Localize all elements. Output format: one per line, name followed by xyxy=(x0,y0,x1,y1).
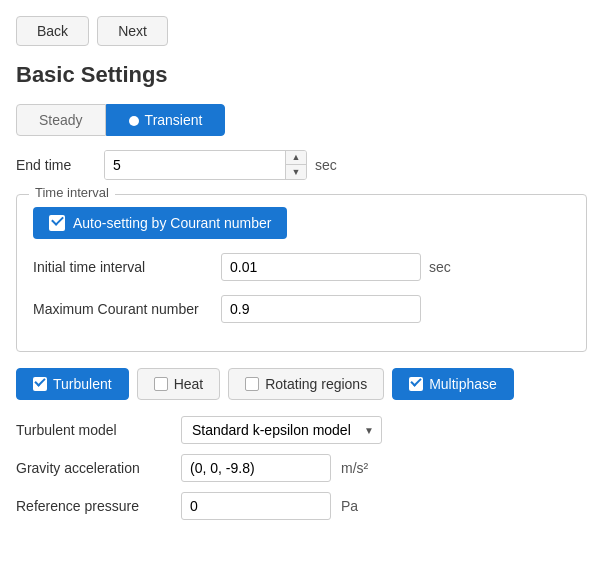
mode-toggle: Steady Transient xyxy=(16,104,587,136)
gravity-row: Gravity acceleration m/s² xyxy=(16,454,587,482)
gravity-unit: m/s² xyxy=(341,460,368,476)
end-time-spinner: ▲ ▼ xyxy=(285,151,306,179)
auto-setting-label: Auto-setting by Courant number xyxy=(73,215,271,231)
rotating-label: Rotating regions xyxy=(265,376,367,392)
multiphase-check-icon xyxy=(409,377,423,391)
courant-row: Maximum Courant number xyxy=(33,295,570,323)
page-title: Basic Settings xyxy=(16,62,587,88)
time-interval-legend: Time interval xyxy=(29,185,115,200)
turbulent-model-select-wrapper: Standard k-epsilon model k-omega SST Lam… xyxy=(181,416,382,444)
turbulent-model-row: Turbulent model Standard k-epsilon model… xyxy=(16,416,587,444)
rotating-regions-button[interactable]: Rotating regions xyxy=(228,368,384,400)
settings-section: Turbulent model Standard k-epsilon model… xyxy=(16,416,587,520)
courant-input[interactable] xyxy=(221,295,421,323)
radio-dot-icon xyxy=(129,116,139,126)
end-time-increment[interactable]: ▲ xyxy=(286,151,306,165)
multiphase-label: Multiphase xyxy=(429,376,497,392)
heat-label: Heat xyxy=(174,376,204,392)
initial-time-label: Initial time interval xyxy=(33,259,213,275)
heat-button[interactable]: Heat xyxy=(137,368,221,400)
gravity-label: Gravity acceleration xyxy=(16,460,171,476)
turbulent-check-icon xyxy=(33,377,47,391)
courant-label: Maximum Courant number xyxy=(33,301,213,317)
initial-time-input[interactable] xyxy=(221,253,421,281)
multiphase-button[interactable]: Multiphase xyxy=(392,368,514,400)
end-time-label: End time xyxy=(16,157,96,173)
rotating-check-icon xyxy=(245,377,259,391)
end-time-input[interactable] xyxy=(105,151,285,179)
time-interval-group: Time interval Auto-setting by Courant nu… xyxy=(16,194,587,352)
back-button[interactable]: Back xyxy=(16,16,89,46)
steady-mode-button[interactable]: Steady xyxy=(16,104,106,136)
end-time-input-wrapper: ▲ ▼ xyxy=(104,150,307,180)
gravity-input[interactable] xyxy=(181,454,331,482)
initial-time-unit: sec xyxy=(429,259,451,275)
reference-pressure-unit: Pa xyxy=(341,498,358,514)
heat-check-icon xyxy=(154,377,168,391)
options-row: Turbulent Heat Rotating regions Multipha… xyxy=(16,368,587,400)
reference-pressure-row: Reference pressure Pa xyxy=(16,492,587,520)
reference-pressure-label: Reference pressure xyxy=(16,498,171,514)
top-navigation: Back Next xyxy=(16,16,587,46)
reference-pressure-input[interactable] xyxy=(181,492,331,520)
transient-mode-button[interactable]: Transient xyxy=(106,104,226,136)
turbulent-label: Turbulent xyxy=(53,376,112,392)
end-time-decrement[interactable]: ▼ xyxy=(286,165,306,179)
initial-time-row: Initial time interval sec xyxy=(33,253,570,281)
end-time-row: End time ▲ ▼ sec xyxy=(16,150,587,180)
next-button[interactable]: Next xyxy=(97,16,168,46)
turbulent-button[interactable]: Turbulent xyxy=(16,368,129,400)
auto-setting-checkmark-icon xyxy=(49,215,65,231)
turbulent-model-label: Turbulent model xyxy=(16,422,171,438)
end-time-unit: sec xyxy=(315,157,337,173)
auto-setting-button[interactable]: Auto-setting by Courant number xyxy=(33,207,287,239)
turbulent-model-select[interactable]: Standard k-epsilon model k-omega SST Lam… xyxy=(181,416,382,444)
